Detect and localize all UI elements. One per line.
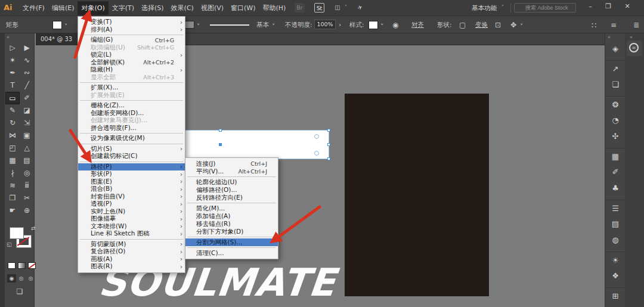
corner-radius-widget[interactable] — [314, 151, 319, 156]
opacity-field[interactable]: 100% — [314, 20, 336, 29]
pencil-tool[interactable]: ✎ — [5, 104, 20, 117]
menubar-item[interactable]: 窗口(W) — [227, 1, 259, 15]
menu-item[interactable]: Line 和 Sketch 图稿› — [78, 230, 185, 238]
menu-item[interactable]: 实时上色(N)› — [78, 208, 185, 216]
slice-tool[interactable]: ✂ — [20, 192, 34, 204]
gradient-tool[interactable]: ▤ — [20, 154, 34, 167]
mesh-tool[interactable]: ▦ — [5, 154, 20, 167]
symbols-panel-icon[interactable]: ♣ — [605, 180, 626, 196]
artboard-tool[interactable]: ❐ — [5, 192, 20, 204]
menu-item[interactable]: 移去锚点(R) — [185, 220, 278, 228]
swatches-panel-icon[interactable]: ▦ — [605, 148, 626, 164]
workspace-switcher-icon[interactable]: ◫ — [333, 3, 342, 13]
fill-indicator[interactable] — [10, 227, 24, 239]
collapse-panel-icon[interactable]: « — [608, 35, 611, 40]
blend-tool[interactable]: ◎ — [20, 167, 34, 179]
share-icon[interactable]: ✈ — [354, 2, 367, 14]
selection-handle[interactable] — [327, 143, 330, 146]
list-view-icon[interactable]: ≣ — [633, 21, 639, 29]
menubar-item[interactable]: 效果(C) — [168, 1, 197, 15]
hand-tool[interactable]: ☛ — [5, 204, 20, 217]
bridge-icon[interactable]: Br — [295, 3, 305, 13]
menu-item[interactable]: 创建渐变网格(D)... — [78, 110, 185, 117]
grid-dots-icon[interactable]: ∷ — [592, 21, 596, 30]
creative-cloud-panel[interactable]: ∞ — [627, 41, 642, 56]
menubar-item[interactable]: 文件(F) — [19, 1, 48, 15]
menu-item[interactable]: 排列(A)› — [78, 26, 185, 34]
none-button[interactable] — [28, 262, 36, 269]
color-panel-icon[interactable]: ❂ — [605, 96, 626, 112]
menubar-item[interactable]: 视图(V) — [197, 1, 227, 15]
transform-link[interactable]: 变换 — [475, 21, 488, 29]
default-fill-stroke-icon[interactable]: ◱ — [7, 241, 12, 247]
more-tools-icon[interactable]: ✥ — [510, 21, 516, 29]
gradient-fan-panel-icon[interactable]: ◔ — [605, 112, 626, 128]
zoom-tool[interactable]: ⊕ — [20, 204, 34, 217]
style-swatch[interactable] — [369, 21, 378, 29]
menu-item[interactable]: 栅格化(Z)... — [78, 102, 185, 110]
menu-item[interactable]: 锁定(L)› — [78, 51, 185, 59]
pen-tool[interactable]: ✒ — [5, 67, 20, 79]
magic-wand-tool[interactable]: ✶ — [5, 54, 20, 67]
perspective-grid-tool[interactable]: △ — [20, 142, 34, 154]
menubar-item[interactable]: 选择(S) — [138, 1, 168, 15]
menu-item[interactable]: 反转路径方向(E) — [185, 194, 278, 201]
transform-panel-icon[interactable]: ⊞ — [605, 287, 626, 303]
menu-item[interactable]: 添加锚点(A) — [185, 212, 278, 220]
direct-selection-tool[interactable]: ▶ — [20, 42, 34, 54]
width-tool[interactable]: ⋈ — [5, 129, 20, 142]
shape-widget-icon[interactable]: ▢ — [459, 21, 466, 29]
line-segment-tool[interactable]: ╱ — [20, 79, 34, 92]
curvature-tool[interactable]: ∾ — [20, 67, 34, 79]
menu-item[interactable]: 扩展(X)... — [78, 84, 185, 92]
menu-item[interactable]: 设为像素级优化(M) — [78, 135, 185, 142]
graphic-styles-panel-icon[interactable]: ❖ — [605, 268, 626, 284]
menubar-item[interactable]: 对象(O) — [78, 1, 108, 15]
workspace-selector[interactable]: 基本功能 — [470, 3, 499, 13]
chevron-down-icon[interactable]: ˅ — [197, 23, 200, 30]
menu-item[interactable]: 全部解锁(K)Alt+Ctrl+2 — [78, 59, 185, 67]
selection-tool[interactable]: ▷ — [5, 42, 20, 54]
menu-item[interactable]: 偏移路径(O)... — [185, 186, 278, 194]
menu-item[interactable]: 路径(P)› — [78, 163, 185, 171]
menu-item[interactable]: 图表(R)› — [78, 263, 185, 271]
transparency-panel-icon[interactable]: ◍ — [605, 232, 626, 248]
menu-item[interactable]: 画板(A)› — [78, 256, 185, 263]
menu-item[interactable]: 简化(M)... — [185, 204, 278, 212]
bounding-box-icon[interactable]: ⊡ — [495, 21, 501, 29]
menu-item[interactable]: 分割下方对象(D) — [185, 228, 278, 235]
chevron-down-icon[interactable]: ˅ — [520, 23, 523, 30]
symbol-sprayer-tool[interactable]: ≋ — [5, 179, 20, 192]
paintbrush-tool[interactable]: ✐ — [20, 92, 34, 104]
scale-tool[interactable]: ⇲ — [20, 117, 34, 129]
stroke-panel-icon[interactable]: ☰ — [605, 200, 626, 216]
menu-item[interactable]: 编组(G)Ctrl+G — [78, 36, 185, 44]
menu-item[interactable]: 透视(P)› — [78, 200, 185, 208]
color-button[interactable] — [8, 262, 16, 269]
expand-arrow-icon[interactable]: › — [339, 21, 341, 28]
menu-item[interactable]: 复合路径(O)› — [78, 248, 185, 256]
stock-icon[interactable]: St — [314, 3, 324, 13]
menu-item[interactable]: 剪切蒙版(M)› — [78, 241, 185, 249]
brush-definition[interactable]: 基本 — [256, 21, 269, 29]
menu-item[interactable]: 文本绕排(W)› — [78, 223, 185, 231]
menu-item[interactable]: 平均(V)...Alt+Ctrl+J — [185, 168, 278, 175]
close-button[interactable]: ✕ — [620, 2, 634, 10]
artboard[interactable] — [345, 94, 489, 296]
menubar-item[interactable]: 编辑(E) — [48, 1, 78, 15]
menu-item[interactable]: 图案(E)› — [78, 178, 185, 186]
menu-item[interactable]: 拼合透明度(F)... — [78, 125, 185, 132]
rotate-tool[interactable]: ↻ — [5, 117, 20, 129]
align-link[interactable]: 对齐 — [411, 21, 424, 29]
column-graph-tool[interactable]: ⅲ — [20, 179, 34, 192]
lasso-tool[interactable]: ∿ — [20, 54, 34, 67]
corner-radius-widget[interactable] — [314, 134, 319, 139]
menu-item[interactable]: 创建裁切标记(C) — [78, 153, 185, 160]
menubar-item[interactable]: 帮助(H) — [259, 1, 289, 15]
document-setup-icon[interactable]: ◉ — [392, 21, 398, 29]
restore-button[interactable]: ❐ — [601, 2, 615, 10]
menu-item[interactable]: 隐藏(H)› — [78, 66, 185, 74]
chevron-down-icon[interactable]: ˅ — [380, 23, 383, 30]
menu-item[interactable]: 切片(S)› — [78, 145, 185, 153]
draw-behind-mode[interactable]: ◎ — [17, 274, 26, 283]
